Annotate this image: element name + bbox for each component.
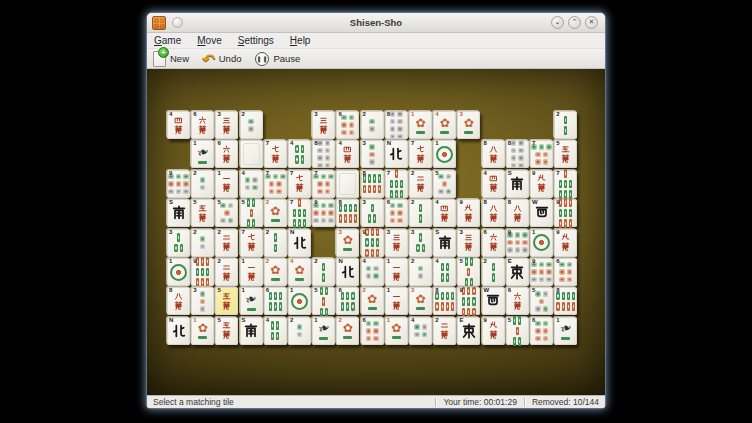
tile-r1c7-character[interactable]: 3	[312, 111, 335, 139]
tile-r7c4-bamboo-1-bird[interactable]: ❧1	[240, 287, 263, 315]
tile-r2c17-character[interactable]: 5	[554, 140, 577, 168]
tile-r3c14-character[interactable]: 4	[482, 170, 505, 198]
tile-r6c5-flower[interactable]: ✿2	[264, 258, 287, 286]
tile-r8c9-dot[interactable]: 6	[361, 317, 384, 345]
tile-r8c5-bamboo[interactable]: 4	[264, 317, 287, 345]
tile-r6c3-character[interactable]: 2	[215, 258, 238, 286]
tile-r4c10-dot[interactable]: 6	[385, 199, 408, 227]
tile-r7c8-bamboo[interactable]: 6	[336, 287, 359, 315]
tile-r1c8-dot[interactable]: 6	[336, 111, 359, 139]
tile-r6c15-wind[interactable]: E	[506, 258, 529, 286]
tile-r7c17-bamboo[interactable]: 8	[554, 287, 577, 315]
tile-r8c10-flower[interactable]: ✿1	[385, 317, 408, 345]
tile-r5c13-character[interactable]: 3	[457, 229, 480, 257]
tile-r8c3-character[interactable]: 5	[215, 317, 238, 345]
tile-r2c12-dot[interactable]: 1	[433, 140, 456, 168]
tile-r2c5-character[interactable]: 7	[264, 140, 287, 168]
tile-r2c7-dot[interactable]: 8	[312, 140, 335, 168]
tile-r6c16-dot[interactable]: 9	[530, 258, 553, 286]
tile-r5c11-bamboo[interactable]: 3	[409, 229, 432, 257]
tile-r1c9-dot[interactable]: 2	[361, 111, 384, 139]
tile-r3c10-bamboo[interactable]: 7	[385, 170, 408, 198]
menu-move[interactable]: Move	[197, 35, 221, 46]
tile-r3c3-character[interactable]: 1	[215, 170, 238, 198]
tile-r1c3-character[interactable]: 3	[215, 111, 238, 139]
tile-r7c2-dot[interactable]: 3	[191, 287, 214, 315]
tile-r5c3-character[interactable]: 2	[215, 229, 238, 257]
tile-r4c14-character[interactable]: 8	[482, 199, 505, 227]
tile-r1c17-bamboo[interactable]: 2	[554, 111, 577, 139]
tile-r7c16-dot[interactable]: 5	[530, 287, 553, 315]
tile-r2c3-character[interactable]: 6	[215, 140, 238, 168]
tile-r4c17-bamboo[interactable]: 9	[554, 199, 577, 227]
tile-r1c11-flower[interactable]: ✿1	[409, 111, 432, 139]
tile-r2c10-wind[interactable]: N	[385, 140, 408, 168]
minimize-button[interactable]: ⌄	[551, 16, 564, 29]
tile-r6c14-bamboo[interactable]: 2	[482, 258, 505, 286]
tile-r8c8-flower[interactable]: ✿2	[336, 317, 359, 345]
new-button[interactable]: New	[153, 51, 189, 67]
tile-r8c17-bamboo-1-bird[interactable]: ❧1	[554, 317, 577, 345]
tile-r6c4-character[interactable]: 1	[240, 258, 263, 286]
tile-r6c6-flower[interactable]: ✿4	[288, 258, 311, 286]
tile-r2c11-character[interactable]: 7	[409, 140, 432, 168]
tile-r5c10-character[interactable]: 3	[385, 229, 408, 257]
game-board[interactable]: 46323628✿1✿4✿32❧1674843N7188759214777872…	[147, 69, 605, 395]
tile-r2c14-character[interactable]: 8	[482, 140, 505, 168]
tile-r3c5-dot[interactable]: 7	[264, 170, 287, 198]
tile-r5c17-character[interactable]: 9	[554, 229, 577, 257]
tile-r4c9-bamboo[interactable]: 3	[361, 199, 384, 227]
tile-r3c9-bamboo[interactable]: 8	[361, 170, 384, 198]
tile-r8c12-character[interactable]: 2	[433, 317, 456, 345]
tile-r5c14-character[interactable]: 6	[482, 229, 505, 257]
tile-r7c10-character[interactable]: 1	[385, 287, 408, 315]
tile-r5c9-bamboo[interactable]: 9	[361, 229, 384, 257]
tile-r1c13-flower[interactable]: ✿3	[457, 111, 480, 139]
tile-r7c13-bamboo[interactable]: 9	[457, 287, 480, 315]
tile-r4c5-flower[interactable]: ✿2	[264, 199, 287, 227]
tile-r6c10-character[interactable]: 1	[385, 258, 408, 286]
tile-r5c1-bamboo[interactable]: 3	[167, 229, 190, 257]
tile-r6c1-dot[interactable]: 1	[167, 258, 190, 286]
tile-r7c12-bamboo[interactable]: 8	[433, 287, 456, 315]
tile-r8c15-bamboo[interactable]: 5	[506, 317, 529, 345]
tile-r5c4-character[interactable]: 7	[240, 229, 263, 257]
tile-r7c6-dot[interactable]: 1	[288, 287, 311, 315]
tile-r8c11-dot[interactable]: 4	[409, 317, 432, 345]
tile-r3c17-bamboo[interactable]: 7	[554, 170, 577, 198]
tile-r8c4-wind[interactable]: S	[240, 317, 263, 345]
tile-r3c2-dot[interactable]: 2	[191, 170, 214, 198]
tile-r7c5-bamboo[interactable]: 6	[264, 287, 287, 315]
close-button[interactable]: ✕	[585, 16, 598, 29]
tile-r4c12-character[interactable]: 4	[433, 199, 456, 227]
tile-r4c13-character[interactable]: 9	[457, 199, 480, 227]
tile-r3c7-dot[interactable]: 7	[312, 170, 335, 198]
tile-r8c1-wind[interactable]: N	[167, 317, 190, 345]
tile-r8c14-character[interactable]: 9	[482, 317, 505, 345]
tile-r4c1-wind[interactable]: S	[167, 199, 190, 227]
tile-r2c4-white-dragon[interactable]	[240, 140, 263, 168]
tile-r2c6-bamboo[interactable]: 4	[288, 140, 311, 168]
menu-help[interactable]: Help	[290, 35, 311, 46]
tile-r8c13-wind[interactable]: E	[457, 317, 480, 345]
tile-r8c6-dot[interactable]: 2	[288, 317, 311, 345]
tile-r5c16-dot[interactable]: 1	[530, 229, 553, 257]
tile-r1c4-dot[interactable]: 2	[240, 111, 263, 139]
title-bar[interactable]: Shisen-Sho ⌄ ⌃ ✕	[147, 13, 605, 33]
tile-r6c8-wind[interactable]: N	[336, 258, 359, 286]
maximize-button[interactable]: ⌃	[568, 16, 581, 29]
tile-r1c10-dot[interactable]: 8	[385, 111, 408, 139]
tile-r4c2-character[interactable]: 5	[191, 199, 214, 227]
tile-r7c1-character[interactable]: 8	[167, 287, 190, 315]
tile-r1c2-character[interactable]: 6	[191, 111, 214, 139]
tile-r3c1-dot[interactable]: 9	[167, 170, 190, 198]
tile-r3c16-character[interactable]: 9	[530, 170, 553, 198]
tile-r5c6-wind[interactable]: N	[288, 229, 311, 257]
tile-r2c16-dot[interactable]: 7	[530, 140, 553, 168]
tile-r5c8-flower[interactable]: ✿3	[336, 229, 359, 257]
tile-r4c3-dot[interactable]: 5	[215, 199, 238, 227]
tile-r3c15-wind[interactable]: S	[506, 170, 529, 198]
menu-game[interactable]: Game	[154, 35, 181, 46]
tile-r5c12-wind[interactable]: S	[433, 229, 456, 257]
tile-r5c15-dot[interactable]: 9	[506, 229, 529, 257]
